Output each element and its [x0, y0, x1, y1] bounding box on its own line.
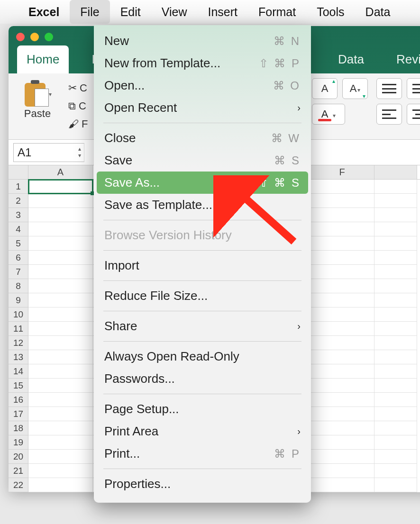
cell[interactable] — [28, 236, 93, 251]
cell[interactable] — [310, 194, 374, 208]
cell[interactable] — [310, 180, 374, 194]
menu-item-new-from-template[interactable]: New from Template...⇧ ⌘ P — [94, 52, 311, 74]
cell[interactable] — [310, 293, 374, 307]
column-header[interactable]: A — [28, 165, 93, 179]
menu-item-open-recent[interactable]: Open Recent› — [94, 97, 311, 119]
cell[interactable] — [374, 322, 417, 336]
column-header-partial[interactable] — [374, 165, 417, 179]
cell[interactable] — [310, 208, 374, 222]
cell[interactable] — [28, 407, 93, 421]
cell[interactable] — [28, 450, 93, 464]
row-header[interactable]: 19 — [9, 435, 28, 450]
cell[interactable] — [374, 265, 417, 279]
align-left-button[interactable] — [376, 104, 402, 125]
row-header[interactable]: 9 — [9, 293, 28, 307]
menubar-format[interactable]: Format — [248, 0, 306, 24]
cell[interactable] — [310, 336, 374, 350]
format-painter-icon[interactable]: 🖌︎ — [68, 118, 79, 130]
cell[interactable] — [374, 251, 417, 265]
cell[interactable] — [28, 293, 93, 307]
cell[interactable] — [310, 251, 374, 265]
cell[interactable] — [310, 450, 374, 464]
close-icon[interactable] — [16, 33, 25, 41]
row-header[interactable]: 8 — [9, 279, 28, 293]
row-header[interactable]: 18 — [9, 421, 28, 435]
menu-item-always-open-read-only[interactable]: Always Open Read-Only — [94, 345, 311, 368]
row-header[interactable]: 15 — [9, 379, 28, 393]
cell[interactable] — [374, 279, 417, 293]
menu-item-import[interactable]: Import — [94, 254, 311, 277]
row-header[interactable]: 22 — [9, 478, 28, 492]
menu-item-close[interactable]: Close⌘ W — [94, 127, 311, 149]
menu-item-open[interactable]: Open...⌘ O — [94, 74, 311, 97]
cell[interactable] — [374, 364, 417, 379]
cell[interactable] — [28, 194, 93, 208]
cell[interactable] — [28, 208, 93, 222]
menu-item-share[interactable]: Share› — [94, 315, 311, 337]
row-header[interactable]: 10 — [9, 307, 28, 322]
align-middle-button[interactable] — [407, 78, 420, 99]
row-header[interactable]: 1 — [9, 180, 28, 194]
menu-item-save-as[interactable]: Save As...⇧ ⌘ S — [97, 172, 308, 194]
menu-item-print-area[interactable]: Print Area› — [94, 420, 311, 443]
cell[interactable] — [374, 222, 417, 236]
menubar-edit[interactable]: Edit — [110, 0, 151, 24]
cell[interactable] — [310, 393, 374, 407]
clipboard-icon[interactable] — [23, 78, 47, 108]
tab-home[interactable]: Home — [17, 45, 69, 73]
row-header[interactable]: 12 — [9, 336, 28, 350]
cell[interactable] — [374, 407, 417, 421]
menu-item-properties[interactable]: Properties... — [94, 473, 311, 495]
cell[interactable] — [374, 194, 417, 208]
cell[interactable] — [374, 208, 417, 222]
cell[interactable] — [374, 478, 417, 492]
cell[interactable] — [374, 180, 417, 194]
cell[interactable] — [28, 222, 93, 236]
tab-data[interactable]: Data — [329, 45, 374, 73]
row-header[interactable]: 3 — [9, 208, 28, 222]
font-color-button[interactable]: A — [312, 104, 345, 125]
row-header[interactable]: 6 — [9, 251, 28, 265]
cell[interactable] — [374, 236, 417, 251]
cell[interactable] — [28, 279, 93, 293]
name-box[interactable]: A1 ▴▾ — [13, 143, 84, 162]
cell[interactable] — [374, 293, 417, 307]
cell[interactable] — [28, 393, 93, 407]
cell[interactable] — [374, 336, 417, 350]
cell[interactable] — [310, 350, 374, 364]
cell[interactable] — [374, 421, 417, 435]
cell[interactable] — [310, 265, 374, 279]
cell[interactable] — [374, 307, 417, 322]
select-all-corner[interactable] — [9, 165, 28, 179]
menubar-data[interactable]: Data — [355, 0, 401, 24]
cell[interactable] — [28, 265, 93, 279]
row-header[interactable]: 5 — [9, 236, 28, 251]
cell[interactable] — [310, 364, 374, 379]
cell[interactable] — [374, 464, 417, 478]
menu-item-save-as-template[interactable]: Save as Template... — [94, 194, 311, 216]
row-header[interactable]: 17 — [9, 407, 28, 421]
menu-item-passwords[interactable]: Passwords... — [94, 368, 311, 390]
cell[interactable] — [374, 393, 417, 407]
column-header[interactable]: F — [310, 165, 374, 179]
align-top-button[interactable] — [376, 78, 402, 99]
row-header[interactable]: 11 — [9, 322, 28, 336]
cell[interactable] — [28, 307, 93, 322]
increase-font-button[interactable]: A — [312, 78, 338, 99]
cell[interactable] — [374, 450, 417, 464]
row-header[interactable]: 20 — [9, 450, 28, 464]
zoom-icon[interactable] — [45, 33, 53, 41]
cell[interactable] — [310, 421, 374, 435]
cell[interactable] — [28, 435, 93, 450]
menu-item-new[interactable]: New⌘ N — [94, 30, 311, 52]
menu-item-print[interactable]: Print...⌘ P — [94, 443, 311, 465]
cell[interactable] — [310, 407, 374, 421]
copy-icon[interactable]: ⧉ — [68, 100, 76, 112]
cell[interactable] — [28, 180, 93, 194]
row-header[interactable]: 16 — [9, 393, 28, 407]
minimize-icon[interactable] — [30, 33, 39, 41]
cell[interactable] — [28, 322, 93, 336]
cell[interactable] — [310, 222, 374, 236]
menu-item-page-setup[interactable]: Page Setup... — [94, 398, 311, 420]
menu-item-reduce-file-size[interactable]: Reduce File Size... — [94, 285, 311, 307]
